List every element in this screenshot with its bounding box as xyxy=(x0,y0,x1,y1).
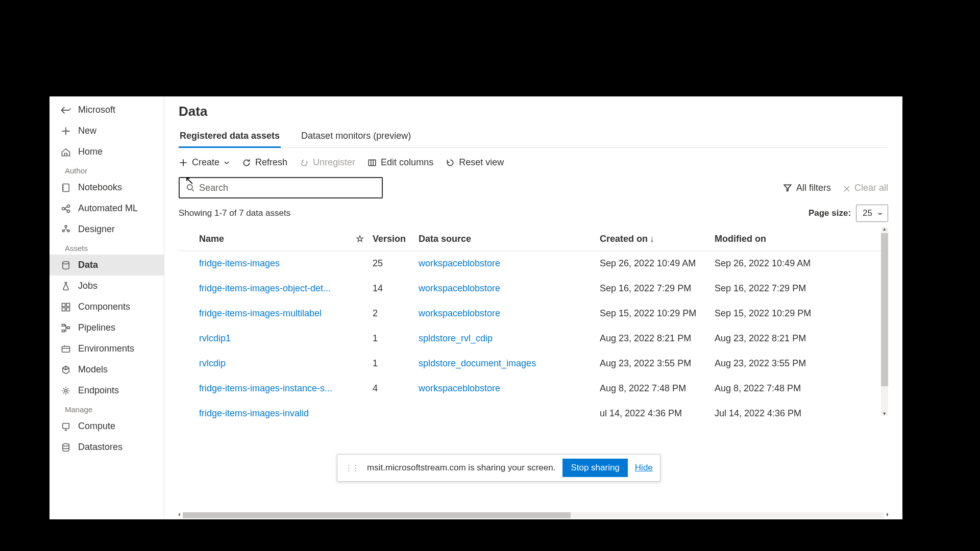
scroll-up-icon[interactable]: ▴ xyxy=(881,227,888,233)
close-icon xyxy=(843,184,850,191)
all-filters-label: All filters xyxy=(796,183,831,193)
reset-view-button[interactable]: Reset view xyxy=(446,157,504,168)
sidebar-item-jobs[interactable]: Jobs xyxy=(50,276,164,296)
data-source-link[interactable]: spldstore_rvl_cdip xyxy=(419,333,493,343)
column-created-on[interactable]: Created on↓ xyxy=(600,234,715,244)
page-title: Data xyxy=(179,104,888,119)
stop-sharing-button[interactable]: Stop sharing xyxy=(562,459,627,477)
sidebar-item-compute[interactable]: Compute xyxy=(50,416,164,437)
sidebar-item-label: Datastores xyxy=(78,442,122,453)
vertical-scrollbar[interactable]: ▴ ▾ xyxy=(881,227,888,416)
refresh-label: Refresh xyxy=(255,157,287,168)
search-box[interactable]: ↖ xyxy=(179,177,383,198)
scrollbar-thumb[interactable] xyxy=(881,233,888,386)
sidebar-item-endpoints[interactable]: Endpoints xyxy=(50,380,164,401)
section-author: Author xyxy=(50,162,164,177)
sidebar-item-models[interactable]: Models xyxy=(50,359,164,380)
table-row[interactable]: fridge-items-images-multilabel2workspace… xyxy=(179,301,888,326)
sidebar: Microsoft New Home Author Notebooks Auto… xyxy=(50,96,164,519)
asset-name-link[interactable]: rvlcdip xyxy=(199,358,226,368)
clear-all-label: Clear all xyxy=(854,183,888,193)
table-row[interactable]: rvlcdip11spldstore_rvl_cdipAug 23, 2022 … xyxy=(179,326,888,351)
search-icon xyxy=(186,183,195,192)
row-created: Sep 26, 2022 10:49 AM xyxy=(600,258,715,269)
toolbar: Create Refresh Unregister Edit columns R… xyxy=(179,157,888,168)
page-size-label: Page size: xyxy=(808,208,851,218)
svg-point-20 xyxy=(187,185,192,190)
hide-link[interactable]: Hide xyxy=(635,463,653,473)
page-size-select[interactable]: 25 xyxy=(856,205,888,222)
sidebar-item-pipelines[interactable]: Pipelines xyxy=(50,317,164,338)
table-row[interactable]: fridge-items-images-object-det...14works… xyxy=(179,276,888,301)
asset-name-link[interactable]: fridge-items-images-object-det... xyxy=(199,283,331,293)
table-row[interactable]: rvlcdip1spldstore_document_imagesAug 23,… xyxy=(179,351,888,376)
asset-name-link[interactable]: fridge-items-images-invalid xyxy=(199,408,309,418)
unregister-button: Unregister xyxy=(300,157,355,168)
svg-rect-13 xyxy=(67,327,70,329)
row-modified: Aug 23, 2022 8:21 PM xyxy=(715,333,878,344)
svg-rect-10 xyxy=(62,308,65,311)
sidebar-item-label: Notebooks xyxy=(78,182,122,193)
scroll-right-icon[interactable]: ▸ xyxy=(887,510,888,518)
datastores-icon xyxy=(61,442,71,453)
all-filters-button[interactable]: All filters xyxy=(783,183,831,193)
table-row[interactable]: fridge-items-images25workspaceblobstoreS… xyxy=(179,251,888,276)
edit-columns-button[interactable]: Edit columns xyxy=(368,157,433,168)
sidebar-item-designer[interactable]: Designer xyxy=(50,219,164,240)
column-modified-on[interactable]: Modified on xyxy=(715,234,878,244)
data-source-link[interactable]: workspaceblobstore xyxy=(419,258,500,268)
svg-rect-19 xyxy=(369,160,376,165)
column-name[interactable]: Name xyxy=(199,234,347,244)
section-assets: Assets xyxy=(50,240,164,255)
sidebar-item-datastores[interactable]: Datastores xyxy=(50,437,164,458)
filter-row: ↖ All filters Clear all xyxy=(179,177,888,198)
data-source-link[interactable]: spldstore_document_images xyxy=(419,358,536,368)
new-button[interactable]: New xyxy=(50,120,164,141)
asset-name-link[interactable]: rvlcdip1 xyxy=(199,333,231,343)
row-version: 4 xyxy=(373,383,419,394)
data-source-link[interactable]: workspaceblobstore xyxy=(419,383,500,393)
chevron-down-icon xyxy=(224,160,230,166)
asset-name-link[interactable]: fridge-items-images xyxy=(199,258,280,268)
table-header: Name ☆ Version Data source Created on↓ M… xyxy=(179,227,888,251)
column-version[interactable]: Version xyxy=(373,234,419,244)
asset-name-link[interactable]: fridge-items-images-instance-s... xyxy=(199,383,332,393)
sidebar-item-notebooks[interactable]: Notebooks xyxy=(50,177,164,198)
column-favorite[interactable]: ☆ xyxy=(347,233,373,244)
table-row[interactable]: fridge-items-images-instance-s...4worksp… xyxy=(179,376,888,401)
column-data-source[interactable]: Data source xyxy=(419,234,600,244)
sidebar-item-components[interactable]: Components xyxy=(50,296,164,317)
unregister-label: Unregister xyxy=(313,157,355,168)
scroll-down-icon[interactable]: ▾ xyxy=(881,410,888,417)
scrollbar-thumb[interactable] xyxy=(183,512,571,518)
row-version: 25 xyxy=(373,258,419,269)
horizontal-scrollbar[interactable]: ◂ ▸ xyxy=(179,510,888,519)
table-row[interactable]: fridge-items-images-invalidul 14, 2022 4… xyxy=(179,401,888,426)
clear-all-button[interactable]: Clear all xyxy=(843,183,888,193)
tab-registered-data-assets[interactable]: Registered data assets xyxy=(179,127,281,147)
sidebar-item-label: Pipelines xyxy=(78,322,115,333)
sidebar-item-label: Automated ML xyxy=(78,203,138,214)
asset-name-link[interactable]: fridge-items-images-multilabel xyxy=(199,308,322,318)
scroll-left-icon[interactable]: ◂ xyxy=(179,510,180,518)
refresh-button[interactable]: Refresh xyxy=(242,157,287,168)
svg-rect-15 xyxy=(62,346,70,352)
sidebar-item-environments[interactable]: Environments xyxy=(50,338,164,359)
plus-icon xyxy=(61,126,71,136)
sidebar-item-home[interactable]: Home xyxy=(50,141,164,162)
sidebar-item-data[interactable]: Data xyxy=(50,255,164,276)
workspace-switcher[interactable]: Microsoft xyxy=(50,99,164,120)
create-button[interactable]: Create xyxy=(179,157,230,168)
unregister-icon xyxy=(300,158,309,167)
data-source-link[interactable]: workspaceblobstore xyxy=(419,283,500,293)
search-input[interactable] xyxy=(199,183,376,193)
drag-handle-icon[interactable]: ⋮⋮ xyxy=(345,463,358,473)
plus-icon xyxy=(179,158,188,167)
sidebar-item-automated-ml[interactable]: Automated ML xyxy=(50,198,164,219)
data-source-link[interactable]: workspaceblobstore xyxy=(419,308,500,318)
compute-icon xyxy=(61,421,71,432)
row-version: 14 xyxy=(373,283,419,294)
row-version: 2 xyxy=(373,308,419,319)
tab-dataset-monitors[interactable]: Dataset monitors (preview) xyxy=(300,127,412,147)
table-body: fridge-items-images25workspaceblobstoreS… xyxy=(179,251,888,426)
